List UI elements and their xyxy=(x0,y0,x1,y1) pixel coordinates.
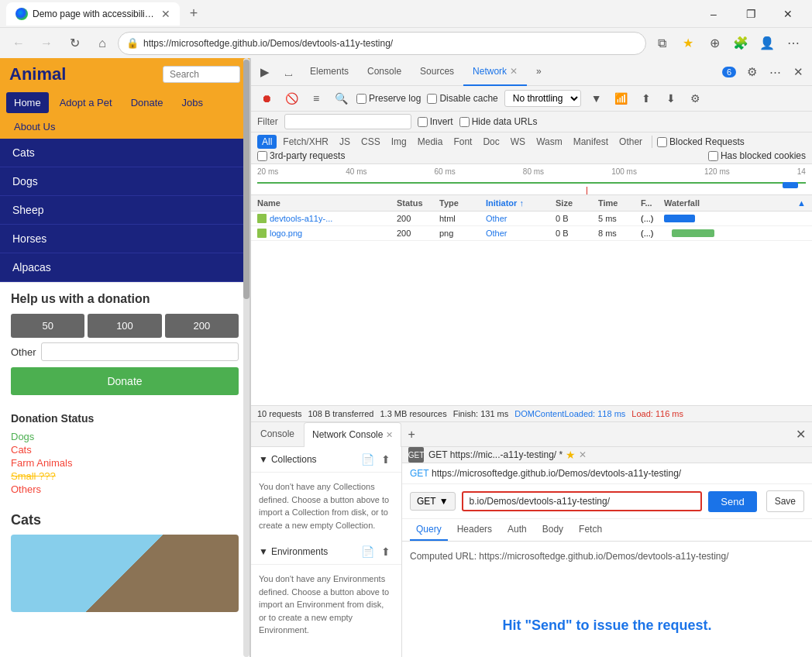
nav-home[interactable]: Home xyxy=(6,92,49,113)
type-img[interactable]: Img xyxy=(387,135,411,149)
col-type-header[interactable]: Type xyxy=(439,198,486,208)
animal-horses[interactable]: Horses xyxy=(0,225,249,253)
collections-icon[interactable]: ⊕ xyxy=(702,31,727,56)
network-console-tab[interactable]: Network Console ✕ xyxy=(304,422,401,447)
col-size-header[interactable]: Size xyxy=(556,198,598,208)
refresh-button[interactable]: ↻ xyxy=(62,31,87,56)
col-waterfall-header[interactable]: Waterfall ▲ xyxy=(664,198,806,208)
nav-donate[interactable]: Donate xyxy=(123,92,171,113)
extensions-icon[interactable]: 🧩 xyxy=(728,31,753,56)
collections-title[interactable]: ▼ Collections xyxy=(259,454,317,465)
profile-icon[interactable]: 👤 xyxy=(755,31,779,56)
close-devtools-btn[interactable]: ✕ xyxy=(787,61,809,83)
tab-sources[interactable]: Sources xyxy=(411,58,463,86)
col-time-header[interactable]: Time xyxy=(598,198,641,208)
back-button[interactable]: ← xyxy=(6,31,31,56)
donation-200[interactable]: 200 xyxy=(165,314,239,338)
send-button[interactable]: Send xyxy=(708,491,756,512)
type-all[interactable]: All xyxy=(257,135,277,149)
nav-jobs[interactable]: Jobs xyxy=(174,92,211,113)
search-input[interactable] xyxy=(163,66,240,83)
collections-import-icon[interactable]: ⬆ xyxy=(378,452,394,467)
subtab-headers[interactable]: Headers xyxy=(451,519,498,541)
settings-btn[interactable]: ⚙ xyxy=(741,61,762,83)
tab-console[interactable]: Console xyxy=(358,58,411,86)
throttle-select[interactable]: No throttling xyxy=(504,90,581,107)
col-initiator-header[interactable]: Initiator ↑ xyxy=(486,198,556,208)
tab-network-close[interactable]: ✕ xyxy=(510,66,518,77)
donate-button[interactable]: Donate xyxy=(11,367,239,395)
network-console-close[interactable]: ✕ xyxy=(386,430,393,440)
type-doc[interactable]: Doc xyxy=(478,135,504,149)
add-tab-button[interactable]: + xyxy=(401,425,421,445)
subtab-query[interactable]: Query xyxy=(410,519,448,541)
type-manifest[interactable]: Manifest xyxy=(569,135,613,149)
split-screen-icon[interactable]: ⧉ xyxy=(649,31,674,56)
type-wasm[interactable]: Wasm xyxy=(532,135,567,149)
disable-cache-checkbox[interactable]: Disable cache xyxy=(427,93,497,104)
table-row[interactable]: devtools-a11y-... 200 html Other 0 B 5 m… xyxy=(251,212,812,226)
download-icon[interactable]: ⬇ xyxy=(662,89,680,108)
new-tab-button[interactable]: + xyxy=(183,3,205,25)
tab-network[interactable]: Network ✕ xyxy=(463,58,527,86)
request-tab-close[interactable]: ✕ xyxy=(579,449,587,460)
home-button[interactable]: ⌂ xyxy=(90,31,115,56)
col-name-header[interactable]: Name xyxy=(257,198,397,208)
environments-title[interactable]: ▼ Environments xyxy=(259,546,328,557)
nav-about[interactable]: About Us xyxy=(6,118,243,136)
network-settings-btn[interactable]: ⚙ xyxy=(686,89,705,108)
invert-checkbox[interactable]: Invert xyxy=(418,116,453,127)
tab-close-btn[interactable]: ✕ xyxy=(161,8,170,20)
type-media[interactable]: Media xyxy=(413,135,448,149)
filter-input[interactable] xyxy=(284,114,411,129)
subtab-body[interactable]: Body xyxy=(536,519,569,541)
request-tab-label[interactable]: GET https://mic...-a11y-testing/ * ★ xyxy=(428,449,576,461)
clear-button[interactable]: 🚫 xyxy=(282,89,301,108)
animal-sheep[interactable]: Sheep xyxy=(0,196,249,225)
preserve-log-checkbox[interactable]: Preserve log xyxy=(356,93,421,104)
type-css[interactable]: CSS xyxy=(356,135,385,149)
close-bottom-panel-btn[interactable]: ✕ xyxy=(790,424,812,445)
settings-icon[interactable]: ⋯ xyxy=(781,31,806,56)
animal-dogs[interactable]: Dogs xyxy=(0,167,249,196)
donation-50[interactable]: 50 xyxy=(11,314,84,338)
record-button[interactable]: ⏺ xyxy=(257,89,276,108)
throttle-options-btn[interactable]: ▼ xyxy=(587,89,606,108)
environments-new-icon[interactable]: 📄 xyxy=(360,544,375,559)
upload-icon[interactable]: ⬆ xyxy=(637,89,655,108)
inspect-element-btn[interactable]: ▶ xyxy=(254,61,276,83)
type-other[interactable]: Other xyxy=(614,135,647,149)
collections-new-icon[interactable]: 📄 xyxy=(360,452,375,467)
type-ws[interactable]: WS xyxy=(506,135,530,149)
other-amount-input[interactable] xyxy=(41,342,239,361)
tab-more[interactable]: » xyxy=(527,58,551,86)
forward-button[interactable]: → xyxy=(34,31,59,56)
save-button[interactable]: Save xyxy=(766,490,804,512)
favorites-icon[interactable]: ★ xyxy=(676,31,700,56)
subtab-fetch[interactable]: Fetch xyxy=(573,519,608,541)
search-button[interactable]: 🔍 xyxy=(332,89,350,108)
subtab-auth[interactable]: Auth xyxy=(501,519,533,541)
restore-button[interactable]: ❐ xyxy=(733,0,769,27)
minimize-button[interactable]: – xyxy=(696,0,731,27)
type-js[interactable]: JS xyxy=(335,135,355,149)
customize-btn[interactable]: ⋯ xyxy=(764,61,786,83)
active-tab[interactable]: Demo page with accessibility iss ✕ xyxy=(6,2,180,26)
animal-cats[interactable]: Cats xyxy=(0,139,249,167)
third-party-checkbox[interactable]: 3rd-party requests xyxy=(257,150,345,161)
donation-100[interactable]: 100 xyxy=(88,314,161,338)
nav-adopt[interactable]: Adopt a Pet xyxy=(52,92,120,113)
device-toolbar-btn[interactable]: ⎵ xyxy=(277,61,299,83)
hide-data-urls-checkbox[interactable]: Hide data URLs xyxy=(459,116,538,127)
blocked-requests-checkbox[interactable]: Blocked Requests xyxy=(657,136,745,147)
close-button[interactable]: ✕ xyxy=(770,0,806,27)
address-bar[interactable]: 🔒 https://microsoftedge.github.io/Demos/… xyxy=(118,32,646,55)
tab-elements[interactable]: Elements xyxy=(301,58,358,86)
url-input[interactable] xyxy=(462,491,703,511)
method-select[interactable]: GET ▼ xyxy=(410,492,456,511)
type-fetchxhr[interactable]: Fetch/XHR xyxy=(278,135,333,149)
type-font[interactable]: Font xyxy=(449,135,477,149)
online-indicator[interactable]: 📶 xyxy=(612,89,631,108)
table-row[interactable]: logo.png 200 png Other 0 B 8 ms (...) xyxy=(251,226,812,241)
animal-alpacas[interactable]: Alpacas xyxy=(0,253,249,282)
